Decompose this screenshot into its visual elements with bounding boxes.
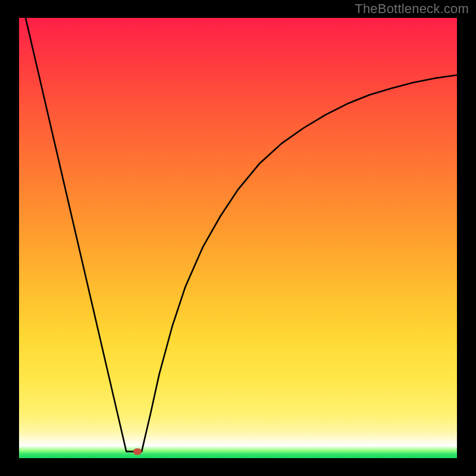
bottleneck-curve [19, 18, 457, 458]
watermark-text: TheBottleneck.com [355, 1, 469, 17]
optimal-point-marker [133, 448, 142, 455]
plot-area [19, 18, 457, 458]
chart-frame: TheBottleneck.com [0, 0, 476, 476]
curve-path [26, 18, 457, 452]
